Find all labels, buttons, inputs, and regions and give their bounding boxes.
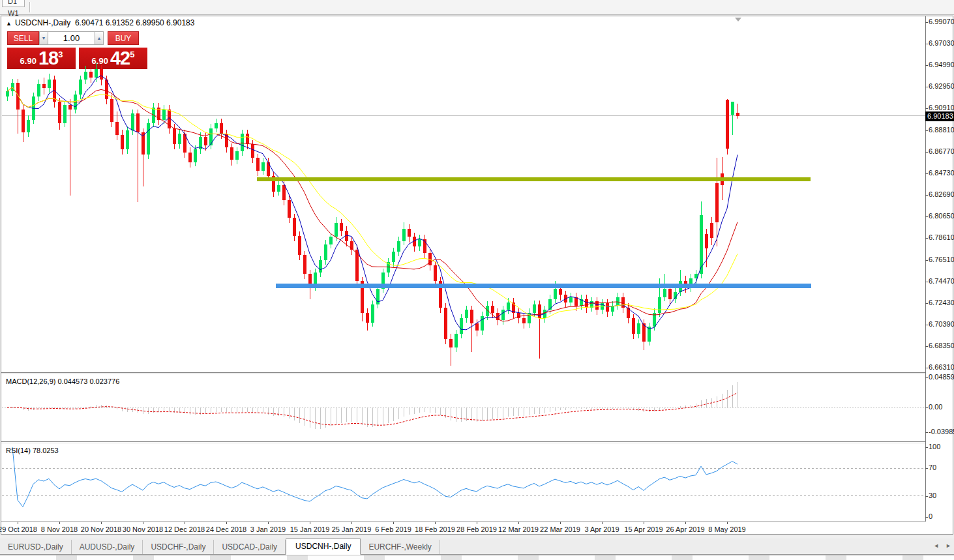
candle-body <box>63 105 67 123</box>
price-axis-label: 6.80650 <box>929 212 954 220</box>
candle-body <box>736 113 739 116</box>
candle-body <box>204 137 207 145</box>
tab-scroll-left-icon[interactable]: ◄ <box>933 542 939 549</box>
toolbar-separator <box>29 2 31 12</box>
price-axis-label: 6.92950 <box>929 82 954 90</box>
candle-body <box>663 289 666 297</box>
macd-axis-label: 0.00 <box>929 403 942 411</box>
date-axis-tick <box>602 522 603 524</box>
price-axis-separator <box>925 16 926 522</box>
date-axis-tick <box>685 522 686 524</box>
candle-body <box>705 234 708 249</box>
date-axis-tick <box>727 522 728 524</box>
chart-tab-eurusd-daily[interactable]: EURUSD-,Daily <box>0 540 72 554</box>
candle-body <box>246 134 249 144</box>
date-axis-tick <box>351 522 352 524</box>
candle-body <box>6 91 9 96</box>
price-chart-canvas[interactable] <box>2 16 925 372</box>
rsi-axis-tick <box>925 468 928 469</box>
chart-tab-usdcad-daily[interactable]: USDCAD-,Daily <box>214 540 286 554</box>
candle-body <box>277 185 280 192</box>
candle-body <box>444 308 447 340</box>
candle-body <box>355 250 359 282</box>
candle-body <box>230 147 233 160</box>
chart-tab-audusd-daily[interactable]: AUDUSD-,Daily <box>72 540 143 554</box>
price-axis-label: 6.76510 <box>929 256 954 263</box>
candle-body <box>256 158 260 170</box>
price-axis-tick <box>925 303 928 304</box>
rsi-axis-label: 30 <box>929 492 936 499</box>
candle-body <box>251 144 254 158</box>
candle-body <box>658 297 661 313</box>
candle-body <box>121 135 124 150</box>
pane-divider-light <box>1 374 925 374</box>
tab-scroll-right-icon[interactable]: ► <box>946 542 951 549</box>
timeframe-button-d1[interactable]: D1 <box>2 0 25 7</box>
price-axis-tick <box>925 238 928 239</box>
price-axis-label: 6.88810 <box>929 126 954 134</box>
candle-body <box>319 260 322 273</box>
candle-body <box>288 200 291 218</box>
price-axis-label: 6.99070 <box>929 18 954 25</box>
candle-body <box>637 323 640 334</box>
macd-indicator-canvas[interactable] <box>2 375 925 441</box>
price-axis-tick <box>925 130 928 131</box>
current-price-tag: 6.90183 <box>925 111 954 121</box>
candle-body <box>606 303 609 312</box>
candle-body <box>329 237 333 244</box>
date-axis-tick <box>226 522 227 524</box>
price-axis-tick <box>925 195 928 196</box>
pane-divider[interactable] <box>1 372 925 373</box>
candle-body <box>136 113 140 132</box>
rsi-axis-label: 0 <box>929 512 932 520</box>
price-axis-tick <box>925 108 928 109</box>
candle-body <box>538 304 541 318</box>
date-axis-tick <box>644 522 644 524</box>
candle-body <box>173 128 176 144</box>
price-axis-label: 6.78610 <box>929 233 954 241</box>
rsi-axis-tick <box>925 447 928 448</box>
candle-body <box>22 110 25 133</box>
macd-axis-label: -0.039856 <box>929 428 954 435</box>
date-axis-tick <box>185 522 185 524</box>
candle-body <box>418 239 421 246</box>
chart-tab-eurchf-weekly[interactable]: EURCHF-,Weekly <box>361 540 440 554</box>
candle-body <box>126 130 129 149</box>
candle-body <box>89 72 93 78</box>
candle-body <box>366 313 369 323</box>
clipped-panel-strip <box>0 555 954 560</box>
macd-panel-label: MACD(12,26,9) 0.044573 0.023776 <box>6 377 119 385</box>
pane-divider[interactable] <box>1 441 925 442</box>
candle-body <box>559 289 562 295</box>
candle-body <box>220 123 223 134</box>
candle-body <box>100 69 103 80</box>
candle-body <box>84 72 87 80</box>
candle-body <box>726 100 729 148</box>
support-line <box>276 284 811 288</box>
rsi-axis-label: 70 <box>929 464 936 471</box>
chart-tab-usdcnh-daily[interactable]: USDCNH-,Daily <box>286 538 361 555</box>
candle-body <box>58 102 61 123</box>
candle-body <box>585 299 588 308</box>
trading-terminal-window: H4D1W1MN ▲USDCNH-,Daily 6.90471 6.91352 … <box>0 0 954 560</box>
date-axis-tick <box>59 522 60 524</box>
price-axis-tick <box>925 152 928 153</box>
rsi-indicator-canvas[interactable] <box>2 444 925 522</box>
price-axis-tick <box>925 282 928 282</box>
resistance-line <box>257 177 811 181</box>
chart-tab-usdchf-daily[interactable]: USDCHF-,Daily <box>143 540 214 554</box>
candle-body <box>335 223 338 237</box>
candle-body <box>188 153 192 162</box>
candle-body <box>569 297 573 302</box>
price-axis-label: 6.86770 <box>929 147 954 155</box>
candle-body <box>517 313 520 318</box>
rsi-panel-label: RSI(14) 78.0253 <box>6 447 59 454</box>
candle-body <box>131 113 134 130</box>
price-axis-tick <box>925 65 928 66</box>
candle-body <box>710 223 713 238</box>
price-axis-tick <box>925 173 928 174</box>
chart-window[interactable]: ▲USDCNH-,Daily 6.90471 6.91352 6.89950 6… <box>1 16 953 535</box>
price-axis-tick <box>925 346 928 347</box>
price-axis-tick <box>925 87 928 87</box>
price-axis-label: 6.97030 <box>929 39 954 47</box>
